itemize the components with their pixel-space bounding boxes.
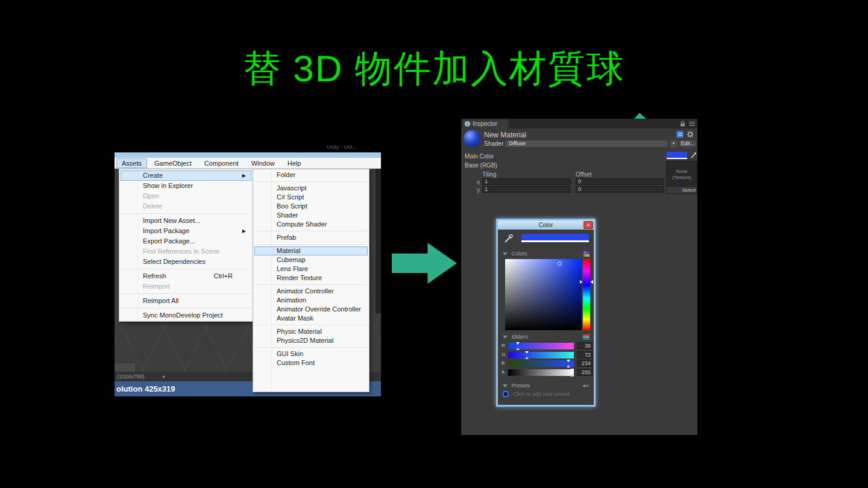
slider-thumb-icon[interactable] [570,369,574,371]
menu-item-folder[interactable]: Folder [254,170,368,180]
colors-section-header[interactable]: Colors [503,251,527,257]
menu-item-avatar-mask[interactable]: Avatar Mask [254,314,368,323]
slider-thumb-icon[interactable] [516,348,520,350]
slider-thumb-icon[interactable] [567,360,570,362]
eyedropper-icon[interactable] [503,233,514,244]
menu-item-cubemap[interactable]: Cubemap [254,255,368,264]
unity-menu-screenshot: Unity - Unt... (1024x768) ▼ olution 425x… [115,148,381,396]
slider-value-r[interactable]: 38 [577,342,593,349]
menu-separator [255,181,367,182]
edit-shader-button[interactable]: Edit... [679,140,697,148]
menubar-item-window[interactable]: Window [246,158,280,168]
menu-item-shader[interactable]: Shader [254,211,368,220]
presets-section-header[interactable]: Presets [503,383,530,389]
menu-item-animator-controller[interactable]: Animator Controller [254,287,368,296]
slider-track-b[interactable] [508,360,574,367]
offset-y-field[interactable]: 0 [576,186,664,193]
uv-row-x: x10 [461,178,697,186]
lock-icon[interactable] [680,121,685,127]
menu-item-label: Open [143,192,159,199]
menubar-item-help[interactable]: Help [282,158,307,168]
hue-marker-left-icon[interactable] [580,280,582,284]
slider-track-g[interactable] [508,352,574,358]
menu-item-refresh[interactable]: RefreshCtrl+R [121,271,251,281]
resolution-caret-icon: ▼ [162,375,166,379]
menu-item-label: Compute Shader [277,221,327,228]
menu-item-custom-font[interactable]: Custom Font [254,358,368,368]
menu-item-physic-material[interactable]: Physic Material [254,327,368,336]
add-preset-swatch[interactable] [503,391,509,397]
eyedropper-pen-icon[interactable] [690,151,697,159]
menu-item-label: Shader [277,211,298,219]
menu-icon[interactable] [689,120,695,127]
hue-marker-right-icon[interactable] [591,280,593,284]
sliders-section-header[interactable]: Sliders [503,334,528,340]
slider-thumb-icon[interactable] [525,357,529,359]
menubar-item-assets[interactable]: Assets [116,158,147,168]
menu-item-show-in-explorer[interactable]: Show in Explorer [121,181,251,191]
slide: 替 3D 物件加入材質球 Unity - Unt... (1024x768) ▼… [0,0,868,488]
menu-item-compute-shader[interactable]: Compute Shader [254,220,368,229]
slider-thumb-icon[interactable] [516,342,520,345]
slider-thumb-icon[interactable] [570,374,574,377]
offset-x-field[interactable]: 0 [576,178,664,185]
shader-caret-button[interactable]: ▼ [670,140,678,148]
slider-row-b: B234 [498,360,594,368]
menu-item-lens-flare[interactable]: Lens Flare [254,264,368,274]
menu-item-physics2d-material[interactable]: Physics2D Material [254,336,368,345]
material-name: New Material [484,131,526,139]
foldout-triangle-icon [503,384,508,387]
gear-icon[interactable] [687,131,694,138]
menu-item-export-package-[interactable]: Export Package... [121,236,251,246]
menu-item-label: Javascript [277,184,307,192]
menu-item-animator-override-controller[interactable]: Animator Override Controller [254,305,368,314]
menu-item-label: Render Texture [277,274,322,281]
presets-menu-icon[interactable]: ▾≡ [583,383,590,389]
slider-label: R [502,343,505,348]
menu-item-animation[interactable]: Animation [254,296,368,305]
menu-item-c-script[interactable]: C# Script [254,193,368,202]
inspector-tabbar: i Inspector [461,119,697,128]
svg-text:i: i [467,121,468,127]
sv-marker[interactable] [558,261,562,266]
hue-slider[interactable] [583,259,590,330]
menu-item-reimport-all[interactable]: Reimport All [121,296,251,306]
menu-item-sync-monodevelop-project[interactable]: Sync MonoDevelop Project [121,310,251,321]
help-book-icon[interactable] [676,131,684,138]
slider-track-a[interactable] [508,369,574,376]
slider-mode-icon[interactable] [583,334,590,340]
slider-value-b[interactable]: 234 [577,360,593,367]
tiling-x-field[interactable]: 1 [482,178,571,185]
close-icon[interactable]: × [583,221,593,229]
texture-none-line1: None [667,169,697,175]
menu-item-import-new-asset-[interactable]: Import New Asset... [121,216,251,226]
slider-value-g[interactable]: 72 [577,351,593,358]
menu-item-label: Import Package [143,227,189,234]
menu-item-render-texture[interactable]: Render Texture [254,274,368,283]
menubar-item-gameobject[interactable]: GameObject [149,158,197,168]
menu-item-gui-skin[interactable]: GUI Skin [254,349,368,358]
slider-label: G [502,352,505,357]
slider-thumb-icon[interactable] [567,365,570,368]
menu-item-select-dependencies[interactable]: Select Dependencies [121,257,251,267]
shader-dropdown[interactable]: Diffuse [505,140,668,148]
tiling-y-field[interactable]: 1 [482,186,571,193]
assets-menu: Create▶Show in ExplorerOpenDeleteImport … [119,169,253,322]
slider-thumb-icon[interactable] [525,351,529,354]
menu-item-import-package[interactable]: Import Package▶ [121,226,251,236]
menu-item-javascript[interactable]: Javascript [254,184,368,193]
color-window-titlebar[interactable]: Color × [498,221,594,230]
menu-item-create[interactable]: Create▶ [121,170,251,181]
window-title: Unity - Unt... [327,144,357,150]
tab-inspector[interactable]: i Inspector [462,119,508,128]
slider-value-a[interactable]: 255 [577,369,593,376]
palette-mode-icon[interactable] [583,251,590,257]
saturation-value-square[interactable] [505,259,582,330]
tab-label: Inspector [473,120,497,127]
main-color-swatch[interactable] [667,152,687,159]
menu-item-material[interactable]: Material [254,246,368,255]
menu-item-boo-script[interactable]: Boo Script [254,202,368,211]
menu-item-prefab[interactable]: Prefab [254,233,368,242]
slider-track-r[interactable] [508,343,574,349]
menubar-item-component[interactable]: Component [199,158,244,168]
